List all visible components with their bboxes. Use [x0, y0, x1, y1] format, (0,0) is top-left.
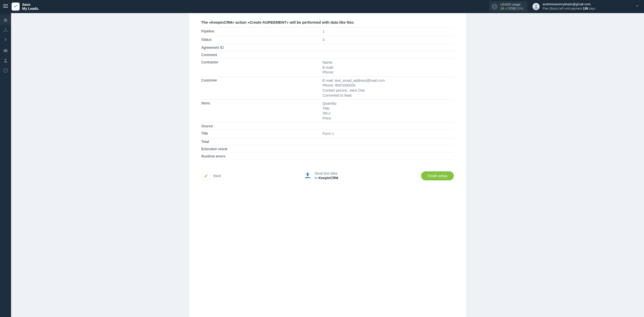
row-label: Execution result	[201, 147, 323, 151]
leads-usage-chip[interactable]: i LEADS usage: 24 of 5'000 (0%)	[489, 1, 528, 12]
main-panel: The «KeepinCRM» action «Create AGREEMENT…	[189, 13, 466, 317]
nav-briefcase[interactable]	[0, 45, 11, 55]
row-label: Pipeline	[201, 29, 323, 34]
table-row: CustomerE-mail: test_email_address@mail.…	[201, 77, 454, 100]
row-value: Form 1	[323, 131, 454, 136]
pencil-icon	[201, 171, 211, 181]
nav-home[interactable]	[0, 15, 11, 25]
table-row: Source	[201, 123, 454, 130]
info-icon: i	[492, 4, 498, 10]
row-value	[323, 53, 454, 57]
row-label: Customer	[201, 78, 323, 98]
app-header: SaveMy Leads. i LEADS usage: 24 of 5'000…	[0, 0, 644, 13]
table-row: Comment	[201, 51, 454, 59]
svg-point-4	[5, 28, 6, 29]
svg-point-5	[4, 31, 5, 32]
logo[interactable]: SaveMy Leads.	[12, 3, 39, 11]
sidebar: ?	[0, 13, 11, 317]
svg-rect-2	[3, 7, 8, 8]
svg-point-3	[535, 5, 537, 7]
account-menu[interactable]: andrewsavemyleads@gmail.com Plan |Basic|…	[533, 2, 595, 11]
nav-account[interactable]	[0, 55, 11, 65]
row-value: Name: E-mail: Phone:	[323, 60, 454, 75]
table-row: Status3	[201, 36, 454, 44]
account-text: andrewsavemyleads@gmail.com Plan |Basic|…	[543, 2, 595, 11]
table-row: TitleForm 1	[201, 130, 454, 138]
avatar-icon	[533, 3, 540, 10]
panel-title: The «KeepinCRM» action «Create AGREEMENT…	[201, 20, 454, 24]
upload-icon	[304, 172, 311, 180]
back-button[interactable]: Back	[201, 171, 221, 181]
usage-text: LEADS usage: 24 of 5'000 (0%)	[501, 3, 524, 11]
chevron-down-icon[interactable]	[635, 4, 639, 9]
table-row: Execution result	[201, 145, 454, 153]
nav-help[interactable]: ?	[0, 65, 11, 75]
logo-badge	[12, 3, 20, 11]
row-value: Quantity: Title: SKU: Price:	[323, 101, 454, 121]
row-value: 1	[323, 29, 454, 34]
row-label: Runtime errors	[201, 154, 323, 158]
row-value	[323, 124, 454, 128]
row-label: Total	[201, 140, 323, 144]
svg-rect-1	[3, 6, 8, 6]
row-label: Comment	[201, 53, 323, 57]
table-row: Runtime errors	[201, 153, 454, 160]
send-test-label: Send test data to KeepinCRM	[314, 171, 338, 180]
svg-text:?: ?	[5, 69, 7, 72]
row-label: Title	[201, 131, 323, 136]
menu-toggle[interactable]	[0, 0, 11, 13]
row-label: Agreement ID	[201, 46, 323, 50]
send-test-button[interactable]: Send test data to KeepinCRM	[304, 171, 338, 180]
svg-point-7	[5, 59, 7, 60]
finish-setup-button[interactable]: Finish setup	[421, 171, 454, 180]
svg-rect-0	[3, 4, 8, 5]
row-label: Contractor	[201, 60, 323, 75]
svg-point-6	[7, 31, 8, 32]
hamburger-icon	[3, 4, 8, 10]
table-row: Agreement ID	[201, 44, 454, 51]
row-value	[323, 147, 454, 151]
logo-text: SaveMy Leads.	[22, 3, 39, 11]
svg-rect-10	[305, 177, 310, 178]
row-value: 3	[323, 37, 454, 43]
row-value: E-mail: test_email_address@mail.com Phon…	[323, 78, 454, 98]
data-table: Pipeline1Status3Agreement IDCommentContr…	[201, 27, 454, 160]
nav-billing[interactable]	[0, 35, 11, 45]
table-row: ItemsQuantity: Title: SKU: Price:	[201, 100, 454, 123]
row-value	[323, 140, 454, 144]
table-row: Pipeline1	[201, 28, 454, 36]
nav-connections[interactable]	[0, 25, 11, 35]
table-row: ContractorName: E-mail: Phone:	[201, 59, 454, 77]
row-value	[323, 154, 454, 158]
row-label: Items	[201, 101, 323, 121]
back-label: Back	[213, 174, 221, 178]
row-value	[323, 46, 454, 50]
row-label: Source	[201, 124, 323, 128]
row-label: Status	[201, 37, 323, 43]
table-row: Total	[201, 138, 454, 145]
